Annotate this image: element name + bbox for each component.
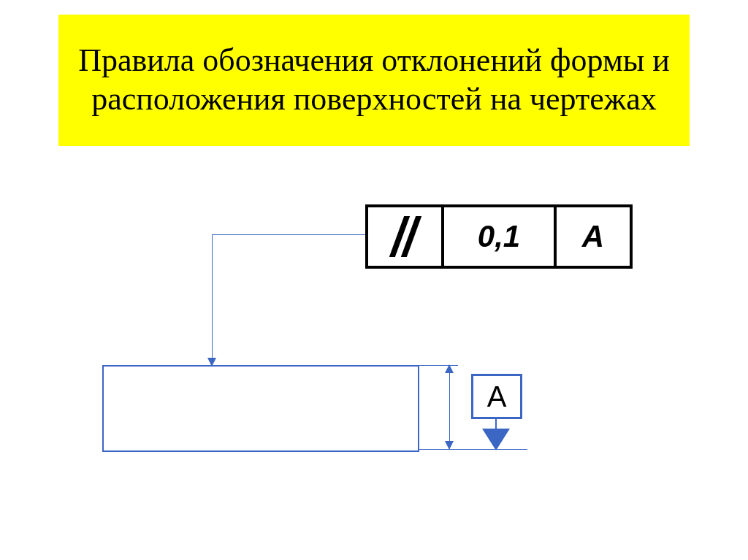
slide-title: Правила обозначения отклонений формы и р…: [58, 15, 690, 146]
part-outline: [102, 365, 419, 452]
dimension-arrow-up-icon: [445, 364, 454, 373]
extension-line-bottom: [418, 449, 527, 450]
tolerance-value-cell: 0,1: [444, 207, 557, 266]
leader-horizontal: [212, 234, 365, 235]
tolerance-datum-cell: А: [557, 207, 630, 266]
datum-box: А: [471, 374, 522, 419]
tolerance-symbol-cell: [368, 207, 444, 266]
dimension-line: [449, 365, 450, 449]
parallelism-icon: [386, 218, 423, 255]
datum-label: А: [487, 380, 507, 413]
datum-triangle-icon: [482, 429, 510, 450]
leader-vertical: [212, 234, 213, 364]
dimension-arrow-down-icon: [445, 441, 454, 450]
tolerance-frame: 0,1 А: [365, 204, 633, 269]
